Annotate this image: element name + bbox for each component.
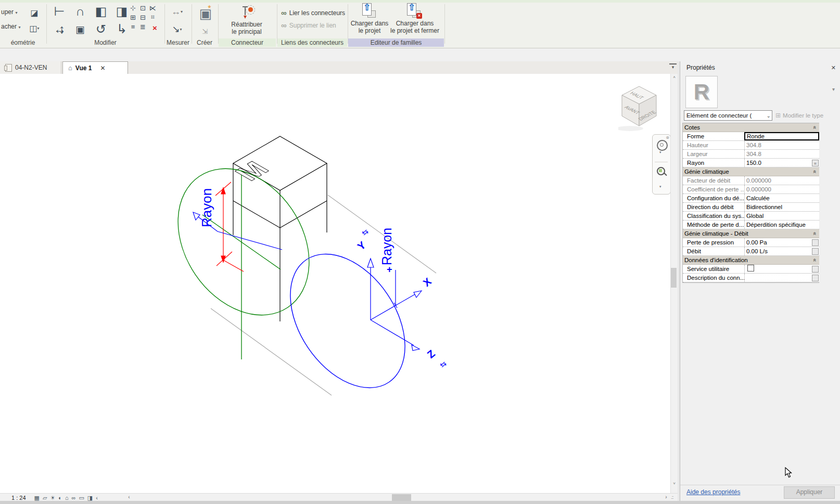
- attach-button[interactable]: acher ▾: [1, 23, 20, 30]
- geometry-attach-icon[interactable]: ◫ ▾: [25, 20, 44, 36]
- window-bottom-edge: [0, 501, 840, 504]
- panel-label-mesurer: Mesurer: [165, 38, 191, 47]
- detail-level-icon[interactable]: ▦: [34, 494, 40, 501]
- property-label: Configuration du dé...: [683, 195, 744, 201]
- scroll-down-icon[interactable]: ˅: [671, 480, 678, 487]
- remove-link-button[interactable]: ∞ Supprimer le lien: [281, 21, 336, 30]
- section-header-g-nie-climatique[interactable]: Génie climatique«: [683, 167, 819, 176]
- scroll-left-icon[interactable]: ‹: [126, 494, 132, 500]
- resize-grip[interactable]: .::: [671, 495, 673, 500]
- create-group-icon[interactable]: ▣*: [196, 5, 214, 22]
- zoom-icon[interactable]: [657, 167, 665, 175]
- measure-icon[interactable]: ↔▾: [168, 3, 186, 20]
- blue-connector-circle[interactable]: + Rayon Y X Z ⇆ ⇆: [266, 227, 448, 409]
- property-value[interactable]: 0.00 Pa: [744, 238, 819, 247]
- copy-icon[interactable]: ▣: [71, 21, 90, 37]
- property-value[interactable]: [744, 265, 819, 273]
- project-doc-icon: [5, 64, 12, 72]
- temporary-hide-isolate-icon[interactable]: ∞: [72, 494, 76, 501]
- property-row-rayon: Rayon150.0=: [683, 159, 819, 167]
- property-row-direction-du-d-bit: Direction du débitBidirectionnel: [683, 203, 819, 212]
- modifier-small-icon-8[interactable]: ≣: [138, 22, 148, 31]
- panel-label-liens-connecteurs: Liens des connecteurs: [277, 38, 347, 47]
- chevron-down-icon[interactable]: ▾: [659, 150, 661, 154]
- geometry-cut-icon[interactable]: ◪: [25, 4, 44, 21]
- associate-parameter-button[interactable]: [812, 239, 819, 246]
- save-orientation-lock-icon[interactable]: ⌂: [65, 494, 69, 501]
- link-connectors-button[interactable]: ∞ Lier les connecteurs: [281, 8, 345, 17]
- mirror-pick-axis-icon[interactable]: ◧: [92, 3, 110, 20]
- modifier-small-icon-1[interactable]: ⊹: [128, 3, 138, 12]
- modifier-small-icon-4[interactable]: ⊞: [128, 12, 138, 22]
- silhouette-line: [211, 308, 332, 395]
- property-value[interactable]: 150.0=: [744, 159, 819, 167]
- property-value[interactable]: Global: [744, 212, 819, 220]
- property-value[interactable]: Déperdition spécifique: [744, 221, 819, 229]
- move-icon[interactable]: ↔↕: [50, 21, 69, 37]
- close-icon[interactable]: ✕: [831, 61, 836, 74]
- navbar-close-icon[interactable]: ⊗: [666, 135, 669, 140]
- offset-icon[interactable]: ∩: [71, 3, 90, 20]
- load-into-project-and-close-button[interactable]: Charger dansle projet et fermer: [386, 20, 443, 34]
- reveal-hidden-elements-icon[interactable]: ◨: [87, 494, 93, 501]
- measure-between-refs-icon[interactable]: ↘▾: [168, 21, 186, 37]
- section-header-g-nie-climatique-d-bit[interactable]: Génie climatique - Débit«: [683, 229, 819, 238]
- chevron-down-icon[interactable]: ▾: [832, 86, 835, 92]
- modifier-small-icon-2[interactable]: ⊡: [138, 3, 148, 12]
- property-value[interactable]: Ronde: [744, 132, 819, 140]
- extrusion-box[interactable]: M: [228, 136, 327, 321]
- modifier-small-icon-3[interactable]: ⋉: [148, 3, 158, 12]
- view-cube[interactable]: HAUT AVANT DROITE: [618, 82, 662, 132]
- rotate-icon[interactable]: ↺: [92, 21, 110, 37]
- collapse-section-icon[interactable]: «: [812, 259, 818, 262]
- modifier-small-icon-5[interactable]: ⊟: [138, 12, 148, 22]
- associate-parameter-button[interactable]: [812, 248, 819, 255]
- vertical-scroll-thumb[interactable]: [671, 268, 677, 288]
- scroll-right-icon[interactable]: ›: [663, 494, 669, 500]
- chevron-down-icon[interactable]: ▾: [659, 185, 661, 189]
- cut-button[interactable]: uper ▾: [1, 8, 17, 16]
- section-label: Génie climatique - Débit: [683, 230, 748, 237]
- property-value[interactable]: Bidirectionnel: [744, 203, 819, 211]
- shadows-icon[interactable]: ◐: [58, 494, 62, 501]
- associate-parameter-button[interactable]: [812, 275, 819, 281]
- close-tab-icon[interactable]: ✕: [100, 64, 105, 72]
- tab-04-n2-ven[interactable]: 04-N2-VEN: [0, 61, 61, 74]
- reattach-primary-button[interactable]: Réattribuerle principal: [221, 21, 273, 35]
- view-tab-bar: 04-N2-VEN ⌂ Vue 1 ✕ ▾: [0, 61, 678, 74]
- align-icon[interactable]: ⊢: [50, 3, 69, 20]
- apply-button[interactable]: Appliquer: [784, 486, 835, 499]
- section-header-donn-es-d-identification[interactable]: Données d'identification«: [683, 256, 819, 265]
- tab-vue-1[interactable]: ⌂ Vue 1 ✕: [62, 61, 128, 74]
- create-similar-icon[interactable]: ⇲: [196, 23, 214, 40]
- checkbox[interactable]: [747, 265, 754, 272]
- type-selector-dropdown[interactable]: Elément de connecteur ( ⌄: [684, 110, 772, 121]
- visual-style-icon[interactable]: ▱: [43, 494, 47, 501]
- property-label: Rayon: [683, 160, 744, 166]
- collapse-section-icon[interactable]: «: [812, 232, 818, 235]
- property-value[interactable]: Calculée: [744, 194, 819, 202]
- tab-list-icon[interactable]: ▾: [669, 63, 677, 70]
- letter-m-outline: M: [228, 157, 275, 184]
- viewbar-collapse-icon[interactable]: ‹: [96, 494, 98, 501]
- steering-wheel-icon[interactable]: [657, 140, 668, 151]
- modifier-small-icon-6[interactable]: ⌗: [148, 12, 158, 22]
- chevron-down-icon: ▾: [15, 10, 17, 15]
- equals-formula-button[interactable]: =: [812, 160, 819, 166]
- crop-view-icon[interactable]: ▭: [79, 494, 84, 501]
- section-header-cotes[interactable]: Cotes«: [683, 123, 819, 132]
- collapse-section-icon[interactable]: «: [812, 126, 818, 129]
- associate-parameter-button[interactable]: [812, 266, 819, 273]
- property-value[interactable]: 0.00 L/s: [744, 247, 819, 255]
- view-scale[interactable]: 1 : 24: [11, 495, 26, 501]
- horizontal-scroll-thumb[interactable]: [392, 494, 411, 501]
- properties-help-link[interactable]: Aide des propriétés: [686, 488, 740, 496]
- property-value[interactable]: [744, 274, 819, 282]
- modify-type-button[interactable]: ⊞Modifier le type: [775, 110, 838, 121]
- flip-arrows-icon: ⇆: [438, 359, 448, 369]
- scroll-up-icon[interactable]: ˄: [671, 74, 678, 81]
- modifier-small-icon-7[interactable]: ≡: [128, 22, 138, 31]
- delete-icon[interactable]: ×: [150, 23, 160, 32]
- collapse-section-icon[interactable]: «: [812, 170, 818, 173]
- sun-path-icon[interactable]: ☀: [50, 494, 55, 501]
